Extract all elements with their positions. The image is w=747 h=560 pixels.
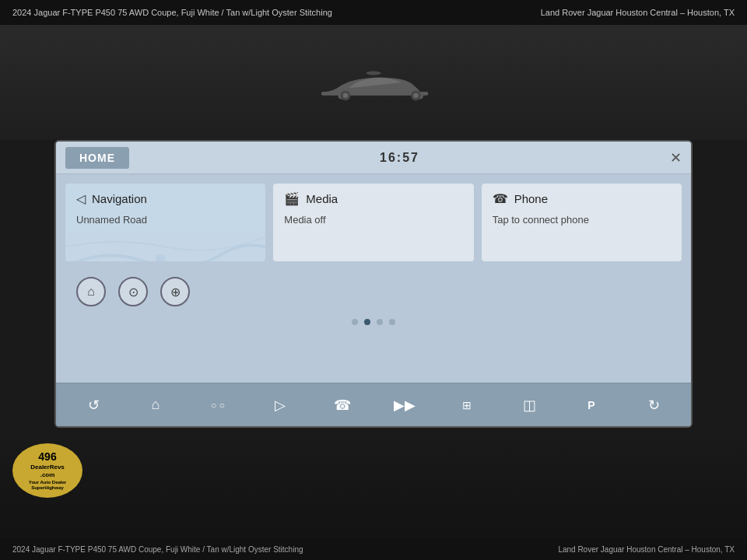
svg-point-3 xyxy=(413,93,418,98)
svg-point-4 xyxy=(366,72,381,75)
home-nav-button[interactable]: ⌂ xyxy=(139,388,173,422)
dealer-name: DealerRevs xyxy=(12,464,82,471)
radio-nav-button[interactable]: ○ ○ xyxy=(201,388,235,422)
media-card-header: 🎬 Media xyxy=(284,191,462,206)
dealer-watermark: 496 DealerRevs .com Your Auto Dealer Sup… xyxy=(12,443,82,498)
dealer-mark-text: 496 DealerRevs .com Your Auto Dealer Sup… xyxy=(12,450,82,490)
dealer-url: .com xyxy=(12,471,82,479)
dot-4[interactable] xyxy=(389,319,395,325)
navigation-card[interactable]: ◁ Navigation Unnamed Road xyxy=(65,184,265,261)
svg-point-1 xyxy=(343,93,348,98)
right-dial-area xyxy=(661,463,724,525)
map-decoration xyxy=(65,207,265,261)
top-bar-right: Land Rover Jaguar Houston Central – Hous… xyxy=(541,8,735,17)
cards-row: ◁ Navigation Unnamed Road 🎬 Media xyxy=(65,184,682,261)
infotainment-screen: HOME 16:57 ✕ ◁ Navigation Unnamed Road xyxy=(54,140,693,428)
dot-3[interactable] xyxy=(377,319,383,325)
car-display-area xyxy=(0,25,747,140)
home-tab[interactable]: HOME xyxy=(65,147,129,169)
map-nav-button[interactable]: ▷ xyxy=(263,388,297,422)
car-settings-nav-button[interactable]: ⊞ xyxy=(450,388,484,422)
phone-card-title: Phone xyxy=(514,192,548,205)
media-card[interactable]: 🎬 Media Media off xyxy=(273,184,473,261)
back-nav-button[interactable]: ↺ xyxy=(76,388,110,422)
phone-card[interactable]: ☎ Phone Tap to connect phone xyxy=(482,184,682,261)
screen-nav-bar: ↺ ⌂ ○ ○ ▷ ☎ ▶▶ ⊞ ◫ P ↻ xyxy=(56,383,691,426)
bottom-caption-right: Land Rover Jaguar Houston Central – Hous… xyxy=(558,545,735,554)
pagination-dots xyxy=(65,314,682,330)
screen-time: 16:57 xyxy=(380,151,419,165)
top-bar: 2024 Jaguar F-TYPE P450 75 AWD Coupe, Fu… xyxy=(0,0,747,25)
dealer-number: 496 xyxy=(12,450,82,464)
navigation-icon: ◁ xyxy=(76,191,86,206)
dot-1[interactable] xyxy=(352,319,358,325)
search-quick-icon[interactable]: ⊙ xyxy=(118,277,148,306)
car-silhouette-icon xyxy=(311,59,436,106)
dot-2[interactable] xyxy=(364,319,370,325)
navigation-card-title: Navigation xyxy=(92,192,147,205)
media-card-subtitle: Media off xyxy=(284,214,462,226)
close-button[interactable]: ✕ xyxy=(670,149,682,166)
home-quick-icon[interactable]: ⌂ xyxy=(76,277,106,306)
bottom-caption-bar: 2024 Jaguar F-TYPE P450 75 AWD Coupe, Fu… xyxy=(0,538,747,560)
top-bar-left: 2024 Jaguar F-TYPE P450 75 AWD Coupe, Fu… xyxy=(12,8,332,17)
phone-icon: ☎ xyxy=(493,191,508,206)
forward-nav-button[interactable]: ↻ xyxy=(637,388,671,422)
screen-header: HOME 16:57 ✕ xyxy=(56,142,691,174)
apps-quick-icon[interactable]: ⊕ xyxy=(160,277,190,306)
phone-card-subtitle: Tap to connect phone xyxy=(493,214,671,226)
media-card-title: Media xyxy=(306,192,338,205)
camera-nav-button[interactable]: ◫ xyxy=(512,388,546,422)
navigation-card-header: ◁ Navigation xyxy=(76,191,254,206)
screen-main-content: ◁ Navigation Unnamed Road 🎬 Media xyxy=(56,174,691,383)
phone-nav-button[interactable]: ☎ xyxy=(325,388,359,422)
media-nav-button[interactable]: ▶▶ xyxy=(388,388,422,422)
quick-icons-row: ⌂ ⊙ ⊕ xyxy=(65,269,682,314)
bottom-caption-left: 2024 Jaguar F-TYPE P450 75 AWD Coupe, Fu… xyxy=(12,545,303,554)
dealer-tagline: Your Auto Dealer SuperHighway xyxy=(12,480,82,490)
svg-point-5 xyxy=(156,254,166,261)
park-nav-button[interactable]: P xyxy=(574,388,608,422)
media-icon: 🎬 xyxy=(284,191,300,206)
phone-card-header: ☎ Phone xyxy=(493,191,671,206)
